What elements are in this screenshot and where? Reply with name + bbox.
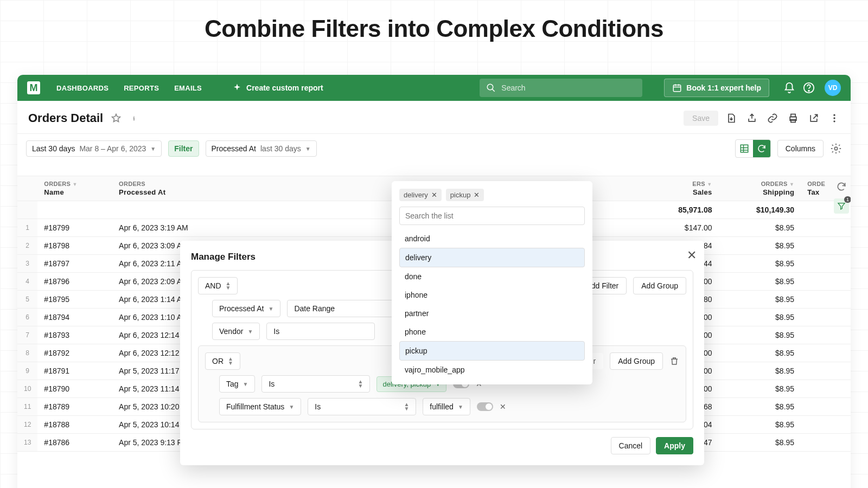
svg-point-13 <box>833 117 835 119</box>
col-shipping: ORDERS ▼Shipping <box>718 176 801 201</box>
tag-chip[interactable]: delivery ✕ <box>399 189 442 201</box>
share-icon[interactable] <box>746 113 757 124</box>
svg-point-0 <box>488 84 494 90</box>
gear-icon[interactable] <box>830 143 842 155</box>
info-icon[interactable] <box>129 113 139 123</box>
right-rail: 1 <box>832 176 851 214</box>
help-icon[interactable] <box>803 82 815 94</box>
fulfillment-toggle[interactable] <box>477 402 493 411</box>
app-frame: M DASHBOARDS REPORTS EMAILS Create custo… <box>17 75 851 488</box>
svg-point-19 <box>834 147 838 150</box>
processed-at-value: last 30 days <box>260 144 301 153</box>
close-icon[interactable]: ✕ <box>687 248 697 262</box>
link-icon[interactable] <box>767 113 778 124</box>
totals-shipping: $10,149.30 <box>718 201 801 219</box>
date-range-dates: Mar 8 – Apr 6, 2023 <box>79 144 146 153</box>
filter-bar: Last 30 days Mar 8 – Apr 6, 2023 ▼ Filte… <box>17 134 851 163</box>
svg-rect-15 <box>741 145 748 152</box>
filter-button[interactable]: Filter <box>168 140 199 157</box>
save-button[interactable]: Save <box>684 111 718 126</box>
tag-dropdown-popover: delivery ✕pickup ✕ androiddeliverydoneip… <box>392 181 592 384</box>
logic-or-select[interactable]: OR▲▼ <box>205 352 240 370</box>
svg-point-14 <box>833 120 835 122</box>
remove-row-icon[interactable]: ✕ <box>500 402 506 411</box>
tag-option[interactable]: done <box>399 267 585 286</box>
processed-at-chip[interactable]: Processed At last 30 days ▼ <box>206 140 317 157</box>
svg-rect-10 <box>791 114 795 117</box>
tag-chip[interactable]: pickup ✕ <box>446 189 484 201</box>
more-icon[interactable] <box>829 113 840 124</box>
book-expert-label: Book 1:1 expert help <box>686 84 761 92</box>
op-date-range[interactable]: Date Range <box>287 300 395 317</box>
tag-option[interactable]: pickup <box>399 341 585 361</box>
table-view-icon[interactable] <box>736 140 753 157</box>
open-external-icon[interactable] <box>808 113 819 124</box>
op-is-fulfillment[interactable]: Is▲▼ <box>308 398 416 415</box>
topnav: DASHBOARDS REPORTS EMAILS <box>56 84 202 92</box>
hero-title: Combine Filters into Complex Conditions <box>0 0 868 62</box>
filter-count-badge: 1 <box>844 196 851 203</box>
user-avatar[interactable]: VD <box>825 80 841 96</box>
print-icon[interactable] <box>788 113 799 124</box>
op-is-tag[interactable]: Is▲▼ <box>261 375 370 393</box>
svg-point-7 <box>808 91 809 92</box>
tag-option[interactable]: vajro_mobile_app <box>399 361 585 379</box>
svg-point-12 <box>833 114 835 116</box>
tag-option[interactable]: partner <box>399 304 585 323</box>
field-fulfillment[interactable]: Fulfillment Status▼ <box>219 398 301 415</box>
search-icon <box>486 83 496 93</box>
tag-option[interactable]: android <box>399 229 585 248</box>
date-range-label: Last 30 days <box>32 144 75 153</box>
bell-icon[interactable] <box>783 82 795 94</box>
op-is[interactable]: Is <box>266 323 375 340</box>
trash-icon[interactable] <box>669 356 679 366</box>
create-custom-report[interactable]: Create custom report <box>232 83 323 93</box>
page-title: Orders Detail <box>28 111 103 125</box>
totals-sales: 85,971.08 <box>643 201 718 219</box>
global-search[interactable] <box>480 79 642 97</box>
calendar-icon <box>672 83 682 93</box>
col-processed: ORDERSProcessed At <box>112 176 252 201</box>
logic-and-select[interactable]: AND▲▼ <box>198 277 238 294</box>
app-logo[interactable]: M <box>27 81 40 94</box>
refresh-view-icon[interactable] <box>753 140 770 157</box>
view-toggle[interactable] <box>735 139 771 158</box>
star-icon[interactable] <box>111 113 122 124</box>
columns-button[interactable]: Columns <box>777 140 824 157</box>
nav-emails[interactable]: EMAILS <box>174 84 202 92</box>
col-sales: ERS ▼Sales <box>643 176 718 201</box>
topbar: M DASHBOARDS REPORTS EMAILS Create custo… <box>17 75 851 101</box>
tag-option[interactable]: phone <box>399 323 585 341</box>
global-search-input[interactable] <box>501 84 636 92</box>
nav-dashboards[interactable]: DASHBOARDS <box>56 84 108 92</box>
svg-line-1 <box>493 89 495 92</box>
apply-button[interactable]: Apply <box>656 437 693 454</box>
refresh-icon[interactable] <box>836 181 847 192</box>
tag-option[interactable]: iphone <box>399 286 585 304</box>
chevron-down-icon: ▼ <box>305 146 311 152</box>
date-range-chip[interactable]: Last 30 days Mar 8 – Apr 6, 2023 ▼ <box>26 140 162 157</box>
download-icon[interactable] <box>726 113 737 124</box>
chevron-down-icon: ▼ <box>150 146 156 152</box>
inner-add-group-button[interactable]: Add Group <box>610 352 663 370</box>
nav-reports[interactable]: REPORTS <box>124 84 159 92</box>
add-group-button[interactable]: Add Group <box>633 277 686 294</box>
tag-search-input[interactable] <box>399 207 585 225</box>
sparkle-icon <box>232 83 242 93</box>
filter-rail-button[interactable]: 1 <box>834 198 849 214</box>
field-vendor[interactable]: Vendor▼ <box>212 323 260 340</box>
chip-close-icon[interactable]: ✕ <box>474 191 480 199</box>
page-header: Orders Detail Save <box>17 101 851 134</box>
funnel-icon <box>837 202 846 210</box>
col-name: ORDERS ▼Name <box>37 176 112 201</box>
field-processed-at[interactable]: Processed At▼ <box>212 300 280 317</box>
svg-rect-2 <box>674 85 681 92</box>
cancel-button[interactable]: Cancel <box>611 437 651 454</box>
create-custom-report-label: Create custom report <box>246 84 323 92</box>
chip-close-icon[interactable]: ✕ <box>431 191 437 199</box>
field-tag[interactable]: Tag▼ <box>219 375 255 393</box>
fulfillment-value[interactable]: fulfilled▼ <box>423 398 470 415</box>
processed-at-label: Processed At <box>212 144 257 153</box>
tag-option[interactable]: delivery <box>399 248 585 267</box>
book-expert-button[interactable]: Book 1:1 expert help <box>664 79 769 97</box>
